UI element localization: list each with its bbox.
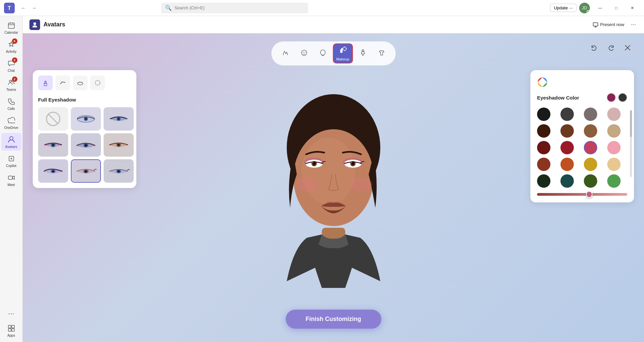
color-dot-15[interactable] (607, 158, 621, 171)
undo-button[interactable] (588, 41, 601, 56)
tab-eyeshadow[interactable] (73, 75, 88, 90)
back-button[interactable]: ← (19, 3, 28, 13)
app-header: Avatars Present now ··· (23, 16, 644, 33)
color-dot-7[interactable] (607, 124, 621, 138)
sidebar-label-teams: Teams (6, 88, 16, 92)
toolbar-makeup-button[interactable]: Makeup (333, 43, 353, 63)
eye-style-1[interactable] (71, 107, 101, 131)
forward-button[interactable]: → (29, 3, 39, 13)
tab-eyebrow[interactable] (55, 75, 70, 90)
color-dot-0[interactable] (537, 108, 550, 121)
color-dot-19[interactable] (607, 174, 621, 188)
color-dot-4[interactable] (537, 124, 550, 138)
scrollbar-thumb[interactable] (630, 110, 632, 137)
toolbar-outfit-button[interactable] (373, 45, 390, 62)
toolbar-head-button[interactable] (314, 45, 332, 62)
eye-shape-6 (41, 166, 65, 176)
sidebar-item-meet[interactable]: Meet (1, 171, 21, 189)
sidebar-item-more[interactable]: ··· (1, 307, 21, 320)
color-dot-9[interactable] (560, 141, 574, 154)
toolbar-style-button[interactable] (277, 45, 294, 62)
color-wheel-icon (537, 77, 627, 89)
sidebar-item-calls[interactable]: Calls (1, 95, 21, 113)
left-panel: Full Eyeshadow (33, 70, 136, 188)
eye-style-8[interactable] (104, 159, 134, 183)
eye-style-5[interactable] (104, 133, 134, 157)
eye-style-none[interactable] (38, 107, 68, 131)
color-dot-14[interactable] (584, 158, 597, 171)
color-dot-1[interactable] (560, 108, 574, 121)
svg-point-27 (343, 47, 346, 50)
eye-style-2[interactable] (104, 107, 134, 131)
intensity-slider-thumb[interactable] (586, 191, 593, 198)
close-icon (624, 44, 631, 51)
svg-rect-15 (8, 329, 11, 331)
toolbar-face-button[interactable] (295, 45, 313, 62)
sidebar-label-calendar: Calendar (4, 31, 18, 34)
header-more-button[interactable]: ··· (630, 20, 637, 29)
color-dot-8[interactable] (537, 141, 550, 154)
avatars-icon (7, 135, 16, 144)
sidebar-item-onedrive[interactable]: OneDrive (1, 114, 21, 132)
user-avatar[interactable]: JD (579, 3, 590, 13)
present-now-button[interactable]: Present now (590, 21, 627, 29)
window-controls: — □ ✕ (593, 3, 640, 13)
panel-tabs (38, 75, 131, 90)
eye-style-6[interactable] (38, 159, 68, 183)
search-icon: 🔍 (165, 5, 172, 11)
eye-shape-3 (41, 140, 65, 150)
color-dot-3[interactable] (607, 108, 621, 121)
sidebar-label-apps: Apps (7, 334, 15, 337)
eye-style-grid (38, 107, 131, 183)
color-dot-6[interactable] (584, 124, 597, 138)
color-dot-2[interactable] (584, 108, 597, 121)
tab-blush[interactable] (90, 75, 105, 90)
eye-style-4[interactable] (71, 133, 101, 157)
eye-style-3[interactable] (38, 133, 68, 157)
close-editor-button[interactable] (621, 41, 634, 56)
color-dot-5[interactable] (560, 124, 574, 138)
sidebar-label-onedrive: OneDrive (4, 126, 18, 130)
color-dot-10[interactable] (584, 141, 597, 154)
toolbar-actions (588, 41, 634, 56)
svg-rect-13 (8, 325, 11, 328)
sidebar-label-calls: Calls (7, 107, 15, 111)
color-dot-18[interactable] (584, 174, 597, 188)
color-dot-13[interactable] (560, 158, 574, 171)
sidebar-item-copilot[interactable]: Copilot (1, 152, 21, 170)
color-dot-16[interactable] (537, 174, 550, 188)
calls-icon (7, 97, 16, 106)
close-button[interactable]: ✕ (625, 3, 640, 13)
sidebar-item-activity[interactable]: 6 Activity (1, 38, 21, 55)
color-dot-12[interactable] (537, 158, 550, 171)
sidebar-label-chat: Chat (8, 69, 15, 72)
undo-icon (591, 44, 598, 51)
finish-label: Finish Customizing (306, 316, 361, 322)
activity-icon: 6 (7, 40, 16, 49)
chat-icon: 5 (7, 59, 16, 68)
maximize-button[interactable]: □ (609, 3, 624, 13)
update-button[interactable]: Update ··· (550, 4, 576, 12)
redo-button[interactable] (605, 41, 617, 56)
svg-rect-16 (12, 329, 14, 331)
intensity-slider-track[interactable] (537, 193, 627, 196)
color-preview-1[interactable] (607, 93, 616, 102)
sidebar-item-calendar[interactable]: Calendar (1, 19, 21, 36)
sidebar-item-apps[interactable]: Apps (1, 322, 21, 339)
tab-lipstick[interactable] (38, 75, 53, 90)
eye-style-7[interactable] (71, 159, 101, 183)
teams-icon: 2 (7, 78, 16, 87)
color-dot-11[interactable] (607, 141, 621, 154)
svg-point-74 (349, 178, 372, 191)
intensity-row (537, 193, 627, 196)
scrollbar-track (630, 110, 632, 177)
sidebar-item-avatars[interactable]: Avatars (1, 133, 21, 151)
finish-customizing-button[interactable]: Finish Customizing (286, 310, 381, 329)
search-input[interactable] (174, 5, 304, 10)
color-dot-17[interactable] (560, 174, 574, 188)
minimize-button[interactable]: — (593, 3, 608, 13)
toolbar-body-button[interactable] (354, 45, 372, 62)
color-preview-2[interactable] (618, 93, 627, 102)
sidebar-item-chat[interactable]: 5 Chat (1, 57, 21, 74)
sidebar-item-teams[interactable]: 2 Teams (1, 76, 21, 94)
